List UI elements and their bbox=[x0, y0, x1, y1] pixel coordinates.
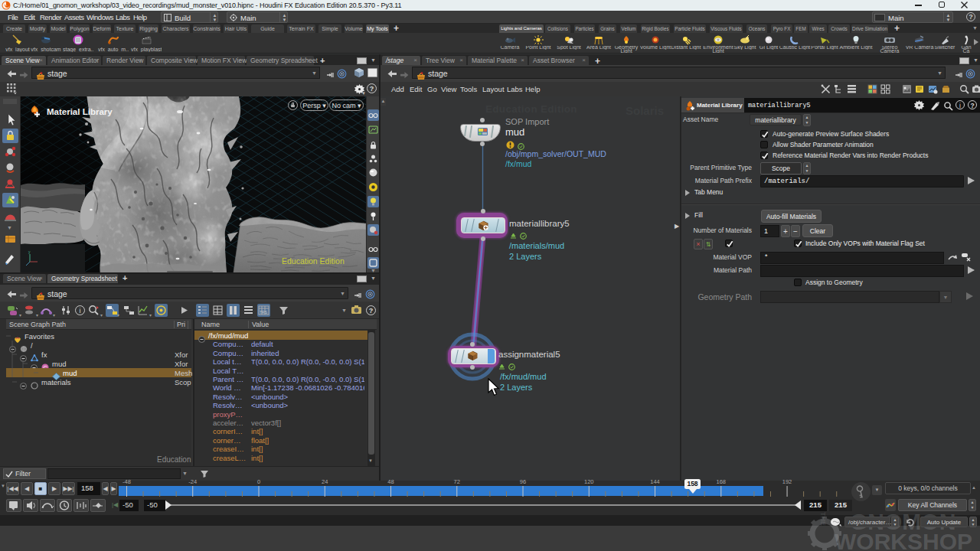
svg-text:y: y bbox=[28, 249, 31, 254]
svg-text:TRS: TRS bbox=[260, 310, 268, 315]
